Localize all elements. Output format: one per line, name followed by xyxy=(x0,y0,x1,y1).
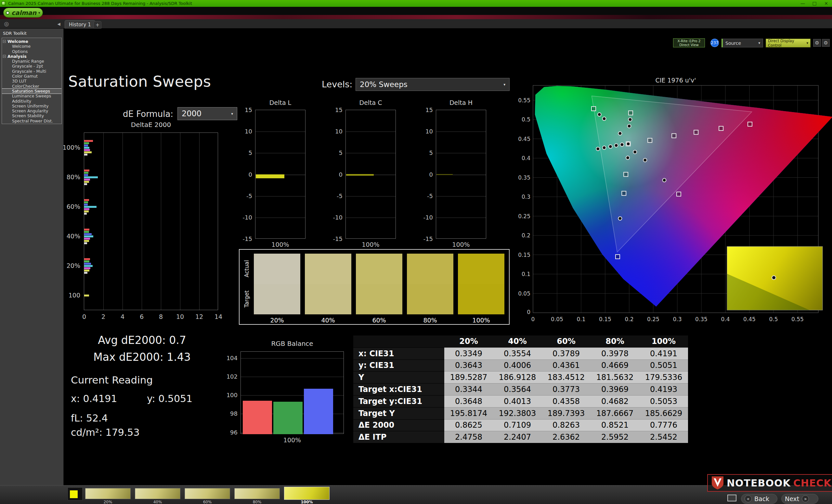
deltae-bar xyxy=(84,149,90,151)
table-cell: 0.4193 xyxy=(639,383,688,395)
measured-marker xyxy=(602,146,606,149)
delta-bar xyxy=(346,174,374,176)
table-row-label: Y xyxy=(353,371,444,383)
rgb-bar-blue xyxy=(304,389,333,434)
meter-mode: Direct View xyxy=(673,43,705,47)
deltae-bar xyxy=(84,231,89,233)
sidebar-item-screen-stability[interactable]: Screen Stability xyxy=(2,113,61,118)
notebookcheck-watermark: NOTEBOOKCHECK xyxy=(707,474,832,492)
new-tab-button[interactable]: + xyxy=(94,21,101,29)
table-cell: 2.4758 xyxy=(444,431,493,443)
deltae-bar xyxy=(84,142,89,144)
thumbnail-80[interactable] xyxy=(234,488,280,499)
sidebar-item-grayscale-2pt[interactable]: Grayscale - 2pt xyxy=(2,64,61,68)
sidebar-item-additivity[interactable]: Additivity xyxy=(2,99,61,104)
rgb-bar-red xyxy=(243,401,272,434)
de-formula-dropdown[interactable]: 2000 ▾ xyxy=(178,107,237,120)
deltae-bar xyxy=(84,201,88,203)
table-cell: 0.5051 xyxy=(639,360,688,371)
next-button[interactable]: Next » xyxy=(781,494,818,504)
current-y-value: y: 0.5051 xyxy=(147,393,192,404)
notebookcheck-shield-icon xyxy=(711,476,724,490)
sidebar-collapse-icon[interactable]: ◀ xyxy=(56,21,62,27)
sidebar-item-saturation-sweeps[interactable]: Saturation Sweeps xyxy=(2,89,61,93)
table-column-header: 40% xyxy=(493,335,542,347)
target-marker xyxy=(719,126,723,131)
sidebar-item-options[interactable]: Options xyxy=(2,49,61,54)
back-chevron-icon: « xyxy=(745,495,752,502)
svg-text:0.35: 0.35 xyxy=(695,316,707,323)
thumbnail-100[interactable] xyxy=(284,487,330,500)
meter-button[interactable]: X-Rite i1Pro 2 Direct View xyxy=(673,38,705,48)
deltae-bar xyxy=(84,211,89,213)
svg-text:0: 0 xyxy=(531,316,535,323)
tree-collapse-icon[interactable]: − xyxy=(3,40,6,43)
pattern-swatch xyxy=(70,491,78,498)
sidebar-item-luminance-sweeps[interactable]: Luminance Sweeps xyxy=(2,93,61,99)
sidebar-item-3d-lut[interactable]: 3D LUT xyxy=(2,79,61,83)
display-control-dropdown[interactable]: Direct Display Control ▾ xyxy=(766,39,810,48)
thumbnail-40[interactable] xyxy=(135,488,180,499)
tab-history-1[interactable]: History 1 xyxy=(65,20,95,29)
thumbnail-20[interactable] xyxy=(85,488,131,499)
table-cell: 2.6362 xyxy=(542,431,591,443)
sidebar-item-label: Saturation Sweeps xyxy=(12,89,50,93)
chart-title: Delta L xyxy=(256,99,305,106)
calman-logo-icon xyxy=(6,11,9,15)
sidebar-item-spectral-power-dist[interactable]: Spectral Power Dist. xyxy=(2,118,61,123)
table-cell: 185.6629 xyxy=(639,407,688,419)
levels-dropdown[interactable]: 20% Sweeps ▾ xyxy=(356,78,510,91)
sidebar-item-colorchecker[interactable]: ColorChecker xyxy=(2,84,61,89)
pattern-window-thumbnail[interactable] xyxy=(68,487,82,500)
target-row-label: Target xyxy=(243,283,251,315)
measured-marker xyxy=(663,178,666,182)
deltae-bar xyxy=(84,169,89,171)
measured-marker xyxy=(598,113,601,116)
deltae-bar xyxy=(84,176,98,178)
swatch-actual-100 xyxy=(458,254,504,284)
chevron-down-icon: ▾ xyxy=(231,112,233,116)
svg-text:0.3: 0.3 xyxy=(673,316,681,323)
chart-delta-c: Delta C151050-5-10-15100% xyxy=(345,110,396,239)
close-button[interactable]: × xyxy=(820,0,832,7)
sidebar-item-grayscale-multi[interactable]: Grayscale - Multi xyxy=(2,69,61,74)
svg-text:0.25: 0.25 xyxy=(518,213,530,220)
sidebar: SDR Toolkit −WelcomeWelcomeOptions−Analy… xyxy=(0,29,64,485)
sidebar-item-color-gamut[interactable]: Color Gamut xyxy=(2,74,61,79)
table-cell: 189.5287 xyxy=(444,371,493,383)
back-button[interactable]: « Back xyxy=(741,494,777,504)
sidebar-item-dynamic-range[interactable]: Dynamic Range xyxy=(2,59,61,64)
workspace-menu-icon[interactable]: ◎ xyxy=(3,21,10,27)
calman-menu-button[interactable]: calman ▾ xyxy=(3,8,43,18)
sidebar-item-screen-uniformity[interactable]: Screen Uniformity xyxy=(2,104,61,109)
workflow-tree: −WelcomeWelcomeOptions−AnalysisDynamic R… xyxy=(2,38,62,124)
table-cell: 2.2407 xyxy=(493,431,542,443)
sidebar-item-screen-angularity[interactable]: Screen Angularity xyxy=(2,109,61,113)
settings-gear-icon[interactable]: ⚙ xyxy=(813,39,821,47)
source-dropdown[interactable]: Source ▾ xyxy=(722,39,763,48)
measured-marker xyxy=(596,147,600,151)
sidebar-item-analysis[interactable]: −Analysis xyxy=(2,54,61,59)
maximize-button[interactable]: □ xyxy=(809,0,820,7)
measured-marker xyxy=(628,118,632,121)
table-row-label: ΔE ITP xyxy=(353,431,444,443)
thumbnail-60[interactable] xyxy=(185,488,230,499)
table-cell: 0.8521 xyxy=(591,419,639,431)
target-marker xyxy=(748,122,752,126)
svg-text:0.05: 0.05 xyxy=(551,316,563,323)
cie-diagram: 00.050.10.150.20.250.30.350.40.450.50.55… xyxy=(512,77,832,330)
deltae-bar xyxy=(84,265,93,267)
sidebar-item-welcome[interactable]: Welcome xyxy=(2,44,61,49)
table-cell: 192.3803 xyxy=(493,407,542,419)
svg-text:0.45: 0.45 xyxy=(743,316,756,323)
delta-bar xyxy=(437,174,453,175)
deltae-bar xyxy=(84,172,88,174)
current-reading-title: Current Reading xyxy=(71,374,153,386)
sidebar-item-welcome[interactable]: −Welcome xyxy=(2,39,61,44)
swatch-target-100 xyxy=(458,284,504,314)
chart-xlabel: 100% xyxy=(436,241,486,248)
tree-collapse-icon[interactable]: − xyxy=(3,55,6,58)
minimize-button[interactable]: — xyxy=(797,0,809,7)
display-icon[interactable] xyxy=(727,495,736,501)
options-gear-icon[interactable]: ⚙ xyxy=(822,39,830,47)
